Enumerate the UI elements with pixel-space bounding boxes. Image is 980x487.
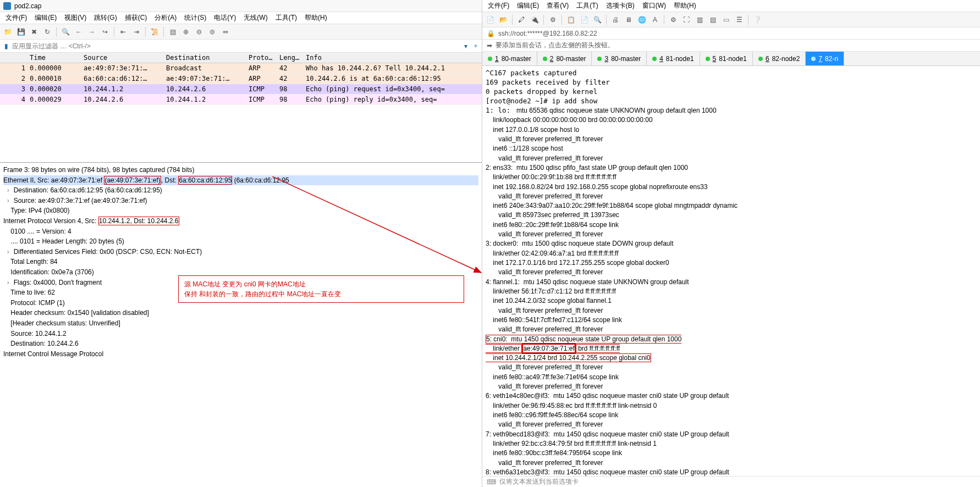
menu-capture[interactable]: 捕获(C): [122, 12, 151, 24]
font-icon[interactable]: A: [649, 14, 660, 25]
menu-tools[interactable]: 工具(T): [272, 12, 300, 24]
zoom-in-icon[interactable]: ⊕: [180, 26, 191, 37]
menu-tools[interactable]: 工具(T): [573, 0, 601, 12]
col-time[interactable]: Time: [27, 53, 81, 63]
ip-detail-line[interactable]: 0100 .... = Version: 4: [3, 226, 478, 237]
zoom-reset-icon[interactable]: ⊜: [207, 26, 218, 37]
menu-view[interactable]: 视图(V): [61, 12, 90, 24]
menu-edit[interactable]: 编辑(E): [31, 12, 60, 24]
ip-detail-line[interactable]: .... 0101 = Header Length: 20 bytes (5): [3, 236, 478, 247]
autoscroll-icon[interactable]: 📜: [149, 26, 160, 37]
menu-window[interactable]: 窗口(W): [639, 0, 669, 12]
chevron-right-icon[interactable]: ›: [7, 185, 14, 196]
menu-wireless[interactable]: 无线(W): [240, 12, 271, 24]
colorize-icon[interactable]: ▤: [167, 26, 178, 37]
copy-icon[interactable]: 📋: [565, 14, 576, 25]
ip-detail-line[interactable]: Total Length: 84: [3, 257, 478, 267]
chevron-right-icon[interactable]: ›: [7, 196, 14, 206]
menu-telephony[interactable]: 电话(Y): [211, 12, 239, 24]
col-proto[interactable]: Protocol: [246, 53, 277, 63]
resize-cols-icon[interactable]: ⇔: [220, 26, 231, 37]
ssh-url[interactable]: ssh://root:******@192.168.0.82:22: [498, 30, 597, 37]
filter-dropdown-icon[interactable]: ▾: [461, 41, 471, 51]
packet-detail[interactable]: Frame 3: 98 bytes on wire (784 bits), 98…: [0, 163, 482, 487]
last-icon[interactable]: ⇥: [131, 26, 142, 37]
properties-icon[interactable]: ⚙: [547, 14, 558, 25]
menu-help[interactable]: 帮助(H): [670, 0, 700, 12]
filter-input[interactable]: [11, 41, 461, 51]
ip-detail-line[interactable]: Header checksum: 0x1540 [validation disa…: [3, 308, 478, 318]
highlight-icon[interactable]: 🖍: [516, 14, 527, 25]
session-tabs[interactable]: 1 80-master2 80-master3 80-master4 81-no…: [482, 52, 980, 66]
menu-go[interactable]: 跳转(G): [91, 12, 120, 24]
session-tab[interactable]: 6 82-node2: [753, 52, 806, 65]
packet-row[interactable]: 40.00002910.244.2.610.244.1.2ICMP98Echo …: [0, 95, 482, 105]
menu-analyze[interactable]: 分析(A): [151, 12, 180, 24]
list-icon[interactable]: ☰: [734, 14, 745, 25]
detail-frame[interactable]: Frame 3: 98 bytes on wire (784 bits), 98…: [3, 165, 478, 175]
connect-icon[interactable]: 🔌: [529, 14, 540, 25]
session-tab[interactable]: 1 80-master: [482, 52, 537, 65]
menu-edit[interactable]: 编辑(E): [514, 0, 542, 12]
print-icon[interactable]: 🖨: [610, 14, 621, 25]
tile-v-icon[interactable]: ▤: [707, 14, 718, 25]
col-no[interactable]: [0, 53, 27, 63]
menu-view[interactable]: 查看(V): [543, 0, 572, 12]
packet-row[interactable]: 20.0000106a:60:ca:d6:12:…ae:49:07:3e:71:…: [0, 74, 482, 84]
detail-ethernet[interactable]: Ethernet II, Src: ae:49:07:3e:71:ef (ae:…: [3, 175, 478, 186]
session-tab[interactable]: 7 82-n: [806, 52, 844, 65]
col-dest[interactable]: Destination: [164, 53, 246, 63]
bookmark-icon[interactable]: ▮: [1, 41, 11, 51]
cascade-icon[interactable]: ▭: [720, 14, 731, 25]
first-icon[interactable]: ⇤: [118, 26, 129, 37]
screen-icon[interactable]: 🖥: [623, 14, 634, 25]
col-info[interactable]: Info: [304, 53, 482, 63]
detail-type[interactable]: Type: IPv4 (0x0800): [3, 206, 478, 216]
chevron-right-icon[interactable]: ›: [7, 278, 14, 288]
find-icon[interactable]: 🔍: [60, 26, 71, 37]
session-tab[interactable]: 2 80-master: [537, 52, 592, 65]
session-tab[interactable]: 5 81-node1: [700, 52, 753, 65]
save-icon[interactable]: 💾: [15, 26, 26, 37]
chevron-right-icon[interactable]: ›: [7, 247, 14, 257]
paste-icon[interactable]: 📄: [579, 14, 590, 25]
ip-detail-line[interactable]: Destination: 10.244.2.6: [3, 339, 478, 349]
settings-icon[interactable]: ⚙: [668, 14, 679, 25]
detail-ip[interactable]: Internet Protocol Version 4, Src: 10.244…: [3, 216, 478, 226]
goto-icon[interactable]: ↪: [100, 26, 111, 37]
ip-detail-line[interactable]: [Header checksum status: Unverified]: [3, 318, 478, 329]
open-icon[interactable]: 📂: [498, 14, 509, 25]
detail-src[interactable]: ›Source: ae:49:07:3e:71:ef (ae:49:07:3e:…: [3, 196, 478, 206]
arrow-icon[interactable]: ➡: [487, 42, 492, 49]
detail-icmp[interactable]: Internet Control Message Protocol: [3, 349, 478, 359]
menu-file[interactable]: 文件(F): [2, 12, 30, 24]
close-icon[interactable]: ✖: [29, 26, 40, 37]
globe-icon[interactable]: 🌐: [636, 14, 647, 25]
menu-tab[interactable]: 选项卡(B): [603, 0, 638, 12]
session-tab[interactable]: 4 81-node1: [647, 52, 700, 65]
menu-help[interactable]: 帮助(H): [301, 12, 331, 24]
packet-row[interactable]: 30.00002010.244.1.210.244.2.6ICMP98Echo …: [0, 84, 482, 95]
zoom-out-icon[interactable]: ⊖: [194, 26, 205, 37]
open-icon[interactable]: 📁: [2, 26, 13, 37]
ip-detail-line[interactable]: ›Differentiated Services Field: 0x00 (DS…: [3, 247, 478, 257]
menu-file[interactable]: 文件(F): [485, 0, 513, 12]
reload-icon[interactable]: ↻: [42, 26, 53, 37]
fullscreen-icon[interactable]: ⛶: [681, 14, 692, 25]
terminal-menu[interactable]: 文件(F) 编辑(E) 查看(V) 工具(T) 选项卡(B) 窗口(W) 帮助(…: [482, 0, 980, 12]
detail-dst[interactable]: ›Destination: 6a:60:ca:d6:12:95 (6a:60:c…: [3, 185, 478, 196]
new-icon[interactable]: 📄: [485, 14, 495, 25]
packet-row[interactable]: 10.000000ae:49:07:3e:71:…BroadcastARP42W…: [0, 63, 482, 74]
col-len[interactable]: Length: [277, 53, 304, 63]
filter-add-icon[interactable]: ＋: [471, 41, 481, 51]
menu-stats[interactable]: 统计(S): [181, 12, 210, 24]
help-icon[interactable]: ❔: [752, 14, 763, 25]
wireshark-menu[interactable]: 文件(F) 编辑(E) 视图(V) 跳转(G) 捕获(C) 分析(A) 统计(S…: [0, 12, 482, 24]
prev-icon[interactable]: ←: [73, 26, 84, 37]
packet-list[interactable]: Time Source Destination Protocol Length …: [0, 53, 482, 163]
tile-h-icon[interactable]: ▥: [694, 14, 705, 25]
terminal-output[interactable]: ^C167 packets captured 169 packets recei…: [482, 66, 980, 476]
ip-detail-line[interactable]: Source: 10.244.1.2: [3, 329, 478, 339]
col-source[interactable]: Source: [81, 53, 164, 63]
find-icon[interactable]: 🔍: [592, 14, 603, 25]
